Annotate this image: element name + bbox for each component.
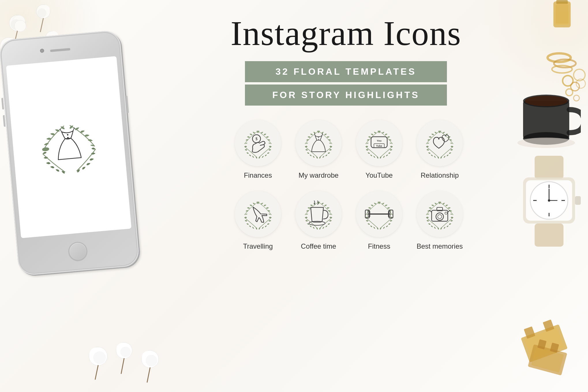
icon-label-relationship: Relationship bbox=[421, 171, 459, 179]
icon-item-fitness: Fitness bbox=[353, 191, 405, 250]
svg-text:Tube: Tube bbox=[376, 145, 382, 147]
title-area: Instagram Icons bbox=[138, 14, 553, 52]
icon-circle-fitness bbox=[356, 191, 402, 237]
icon-item-coffee: Coffee time bbox=[293, 191, 344, 250]
icon-circle-coffee bbox=[295, 191, 342, 237]
icon-circle-finances: $ bbox=[235, 120, 281, 166]
icon-label-coffee: Coffee time bbox=[301, 242, 336, 250]
icon-item-youtube: You Tube YouTube bbox=[353, 120, 405, 179]
page-title: Instagram Icons bbox=[138, 14, 553, 52]
icon-label-youtube: YouTube bbox=[366, 171, 393, 179]
banner-line1: 32 FLORAL TEMPLATES bbox=[245, 61, 447, 82]
icon-circle-relationship bbox=[417, 120, 463, 166]
svg-point-90 bbox=[438, 215, 442, 219]
svg-point-72 bbox=[67, 134, 68, 136]
icon-label-wardrobe: My wardrobe bbox=[299, 171, 339, 179]
svg-point-92 bbox=[445, 212, 447, 214]
svg-point-60 bbox=[93, 351, 106, 364]
svg-line-65 bbox=[121, 359, 124, 374]
svg-point-89 bbox=[436, 213, 443, 220]
icon-circle-youtube: You Tube bbox=[356, 120, 402, 166]
main-content-area: Instagram Icons 32 FLORAL TEMPLATES FOR … bbox=[138, 14, 553, 380]
phone-home-button bbox=[68, 241, 88, 261]
phone-body bbox=[0, 30, 140, 276]
phone-screen bbox=[6, 56, 132, 238]
svg-rect-88 bbox=[432, 210, 448, 221]
svg-text:You: You bbox=[377, 139, 381, 142]
icon-item-wardrobe: My wardrobe bbox=[293, 120, 344, 179]
icon-circle-wardrobe bbox=[295, 120, 342, 166]
banner-line2: FOR STORY HIGHLIGHTS bbox=[245, 85, 447, 106]
icon-label-fitness: Fitness bbox=[368, 242, 390, 250]
icon-item-travelling: Travelling bbox=[232, 191, 284, 250]
banner-container: 32 FLORAL TEMPLATES FOR STORY HIGHLIGHTS bbox=[138, 61, 553, 106]
svg-point-64 bbox=[120, 347, 131, 357]
phone-camera bbox=[40, 48, 44, 53]
svg-line-61 bbox=[95, 365, 98, 379]
svg-text:$: $ bbox=[256, 137, 258, 141]
icon-item-relationship: Relationship bbox=[414, 120, 466, 179]
icon-label-travelling: Travelling bbox=[243, 242, 273, 250]
icon-item-finances: $ Finances bbox=[232, 120, 284, 179]
icon-circle-travelling bbox=[235, 191, 281, 237]
icon-label-memories: Best memories bbox=[417, 242, 463, 250]
icon-label-finances: Finances bbox=[244, 171, 272, 179]
svg-point-77 bbox=[318, 139, 319, 140]
phone-mockup bbox=[0, 30, 140, 276]
icon-item-memories: Best memories bbox=[414, 191, 466, 250]
svg-point-76 bbox=[318, 137, 319, 138]
svg-rect-49 bbox=[575, 196, 581, 205]
icon-circle-memories bbox=[417, 191, 463, 237]
phone-speaker bbox=[50, 48, 70, 52]
icons-grid: $ Finances bbox=[144, 120, 553, 250]
